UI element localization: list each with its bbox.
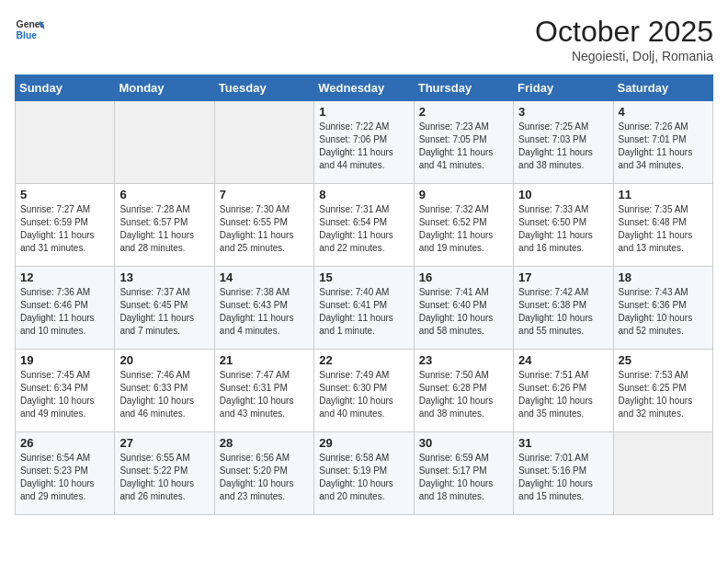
calendar-cell: 7Sunrise: 7:30 AM Sunset: 6:55 PM Daylig… bbox=[214, 184, 313, 267]
cell-info: Sunrise: 7:51 AM Sunset: 6:26 PM Dayligh… bbox=[518, 369, 608, 420]
calendar-week-row: 19Sunrise: 7:45 AM Sunset: 6:34 PM Dayli… bbox=[16, 350, 713, 432]
cell-info: Sunrise: 7:43 AM Sunset: 6:36 PM Dayligh… bbox=[619, 286, 708, 338]
title-block: October 2025 Negoiesti, Dolj, Romania bbox=[535, 15, 713, 63]
cell-info: Sunrise: 7:01 AM Sunset: 5:16 PM Dayligh… bbox=[518, 452, 608, 503]
day-number: 19 bbox=[20, 353, 109, 367]
month-title: October 2025 bbox=[535, 15, 713, 49]
day-number: 22 bbox=[319, 353, 408, 367]
calendar-week-row: 26Sunrise: 6:54 AM Sunset: 5:23 PM Dayli… bbox=[16, 432, 713, 515]
cell-info: Sunrise: 7:37 AM Sunset: 6:45 PM Dayligh… bbox=[119, 286, 209, 338]
calendar-cell: 8Sunrise: 7:31 AM Sunset: 6:54 PM Daylig… bbox=[314, 184, 414, 267]
cell-info: Sunrise: 7:41 AM Sunset: 6:40 PM Dayligh… bbox=[419, 286, 508, 338]
day-number: 16 bbox=[419, 270, 508, 284]
calendar-cell: 10Sunrise: 7:33 AM Sunset: 6:50 PM Dayli… bbox=[514, 184, 613, 267]
calendar-cell: 13Sunrise: 7:37 AM Sunset: 6:45 PM Dayli… bbox=[115, 267, 214, 350]
calendar-header: SundayMondayTuesdayWednesdayThursdayFrid… bbox=[16, 75, 713, 101]
calendar-cell: 14Sunrise: 7:38 AM Sunset: 6:43 PM Dayli… bbox=[214, 267, 313, 350]
calendar-cell: 31Sunrise: 7:01 AM Sunset: 5:16 PM Dayli… bbox=[514, 432, 613, 515]
calendar-cell: 27Sunrise: 6:55 AM Sunset: 5:22 PM Dayli… bbox=[115, 432, 214, 515]
day-number: 5 bbox=[20, 188, 109, 201]
day-number: 7 bbox=[220, 188, 309, 201]
calendar-cell bbox=[613, 432, 712, 515]
day-number: 23 bbox=[419, 353, 508, 367]
logo-icon: General Blue bbox=[15, 15, 44, 44]
cell-info: Sunrise: 7:27 AM Sunset: 6:59 PM Dayligh… bbox=[20, 203, 109, 255]
calendar-body: 1Sunrise: 7:22 AM Sunset: 7:06 PM Daylig… bbox=[16, 101, 713, 515]
calendar-cell: 18Sunrise: 7:43 AM Sunset: 6:36 PM Dayli… bbox=[613, 267, 712, 350]
cell-info: Sunrise: 6:56 AM Sunset: 5:20 PM Dayligh… bbox=[220, 452, 309, 503]
weekday-header-monday: Monday bbox=[115, 75, 214, 101]
cell-info: Sunrise: 7:36 AM Sunset: 6:46 PM Dayligh… bbox=[20, 286, 109, 338]
calendar-cell: 22Sunrise: 7:49 AM Sunset: 6:30 PM Dayli… bbox=[314, 350, 414, 432]
calendar-cell: 26Sunrise: 6:54 AM Sunset: 5:23 PM Dayli… bbox=[16, 432, 115, 515]
cell-info: Sunrise: 7:40 AM Sunset: 6:41 PM Dayligh… bbox=[319, 286, 408, 338]
cell-info: Sunrise: 7:28 AM Sunset: 6:57 PM Dayligh… bbox=[119, 203, 209, 255]
day-number: 31 bbox=[518, 436, 608, 450]
weekday-header-wednesday: Wednesday bbox=[314, 75, 414, 101]
calendar-cell: 21Sunrise: 7:47 AM Sunset: 6:31 PM Dayli… bbox=[214, 350, 313, 432]
calendar-cell bbox=[115, 101, 214, 184]
cell-info: Sunrise: 7:42 AM Sunset: 6:38 PM Dayligh… bbox=[518, 286, 608, 338]
cell-info: Sunrise: 7:46 AM Sunset: 6:33 PM Dayligh… bbox=[119, 369, 209, 420]
calendar-cell: 23Sunrise: 7:50 AM Sunset: 6:28 PM Dayli… bbox=[414, 350, 513, 432]
calendar-week-row: 5Sunrise: 7:27 AM Sunset: 6:59 PM Daylig… bbox=[16, 184, 713, 267]
logo: General Blue bbox=[15, 15, 44, 44]
day-number: 25 bbox=[619, 353, 708, 367]
cell-info: Sunrise: 6:55 AM Sunset: 5:22 PM Dayligh… bbox=[119, 452, 209, 503]
day-number: 3 bbox=[518, 105, 608, 119]
cell-info: Sunrise: 7:50 AM Sunset: 6:28 PM Dayligh… bbox=[419, 369, 508, 420]
page-header: General Blue October 2025 Negoiesti, Dol… bbox=[15, 15, 713, 63]
cell-info: Sunrise: 7:45 AM Sunset: 6:34 PM Dayligh… bbox=[20, 369, 109, 420]
day-number: 14 bbox=[220, 270, 309, 284]
day-number: 18 bbox=[619, 270, 708, 284]
svg-text:Blue: Blue bbox=[17, 30, 38, 40]
calendar-table: SundayMondayTuesdayWednesdayThursdayFrid… bbox=[15, 75, 713, 515]
calendar-cell: 20Sunrise: 7:46 AM Sunset: 6:33 PM Dayli… bbox=[115, 350, 214, 432]
cell-info: Sunrise: 7:26 AM Sunset: 7:01 PM Dayligh… bbox=[619, 121, 708, 172]
calendar-cell: 29Sunrise: 6:58 AM Sunset: 5:19 PM Dayli… bbox=[314, 432, 414, 515]
calendar-cell: 12Sunrise: 7:36 AM Sunset: 6:46 PM Dayli… bbox=[16, 267, 115, 350]
weekday-header-sunday: Sunday bbox=[16, 75, 115, 101]
day-number: 11 bbox=[619, 188, 708, 201]
cell-info: Sunrise: 6:59 AM Sunset: 5:17 PM Dayligh… bbox=[419, 452, 508, 503]
cell-info: Sunrise: 6:58 AM Sunset: 5:19 PM Dayligh… bbox=[319, 452, 408, 503]
day-number: 12 bbox=[20, 270, 109, 284]
day-number: 21 bbox=[220, 353, 309, 367]
calendar-cell: 4Sunrise: 7:26 AM Sunset: 7:01 PM Daylig… bbox=[613, 101, 712, 184]
cell-info: Sunrise: 6:54 AM Sunset: 5:23 PM Dayligh… bbox=[20, 452, 109, 503]
day-number: 10 bbox=[518, 188, 608, 201]
calendar-week-row: 12Sunrise: 7:36 AM Sunset: 6:46 PM Dayli… bbox=[16, 267, 713, 350]
location-subtitle: Negoiesti, Dolj, Romania bbox=[535, 49, 713, 63]
day-number: 27 bbox=[119, 436, 209, 450]
cell-info: Sunrise: 7:23 AM Sunset: 7:05 PM Dayligh… bbox=[419, 121, 508, 172]
day-number: 2 bbox=[419, 105, 508, 119]
day-number: 26 bbox=[20, 436, 109, 450]
cell-info: Sunrise: 7:25 AM Sunset: 7:03 PM Dayligh… bbox=[518, 121, 608, 172]
cell-info: Sunrise: 7:35 AM Sunset: 6:48 PM Dayligh… bbox=[619, 203, 708, 255]
day-number: 20 bbox=[119, 353, 209, 367]
day-number: 29 bbox=[319, 436, 408, 450]
weekday-header-saturday: Saturday bbox=[613, 75, 712, 101]
calendar-cell: 2Sunrise: 7:23 AM Sunset: 7:05 PM Daylig… bbox=[414, 101, 513, 184]
calendar-cell: 1Sunrise: 7:22 AM Sunset: 7:06 PM Daylig… bbox=[314, 101, 414, 184]
calendar-cell: 15Sunrise: 7:40 AM Sunset: 6:41 PM Dayli… bbox=[314, 267, 414, 350]
calendar-cell: 16Sunrise: 7:41 AM Sunset: 6:40 PM Dayli… bbox=[414, 267, 513, 350]
calendar-cell: 30Sunrise: 6:59 AM Sunset: 5:17 PM Dayli… bbox=[414, 432, 513, 515]
day-number: 6 bbox=[119, 188, 209, 201]
day-number: 28 bbox=[220, 436, 309, 450]
calendar-cell: 5Sunrise: 7:27 AM Sunset: 6:59 PM Daylig… bbox=[16, 184, 115, 267]
day-number: 13 bbox=[119, 270, 209, 284]
cell-info: Sunrise: 7:47 AM Sunset: 6:31 PM Dayligh… bbox=[220, 369, 309, 420]
weekday-header-thursday: Thursday bbox=[414, 75, 513, 101]
day-number: 4 bbox=[619, 105, 708, 119]
calendar-cell: 24Sunrise: 7:51 AM Sunset: 6:26 PM Dayli… bbox=[514, 350, 613, 432]
calendar-cell: 19Sunrise: 7:45 AM Sunset: 6:34 PM Dayli… bbox=[16, 350, 115, 432]
calendar-cell: 17Sunrise: 7:42 AM Sunset: 6:38 PM Dayli… bbox=[514, 267, 613, 350]
calendar-cell: 11Sunrise: 7:35 AM Sunset: 6:48 PM Dayli… bbox=[613, 184, 712, 267]
day-number: 17 bbox=[518, 270, 608, 284]
weekday-header-row: SundayMondayTuesdayWednesdayThursdayFrid… bbox=[16, 75, 713, 101]
cell-info: Sunrise: 7:30 AM Sunset: 6:55 PM Dayligh… bbox=[220, 203, 309, 255]
calendar-week-row: 1Sunrise: 7:22 AM Sunset: 7:06 PM Daylig… bbox=[16, 101, 713, 184]
calendar-cell: 25Sunrise: 7:53 AM Sunset: 6:25 PM Dayli… bbox=[613, 350, 712, 432]
day-number: 8 bbox=[319, 188, 408, 201]
